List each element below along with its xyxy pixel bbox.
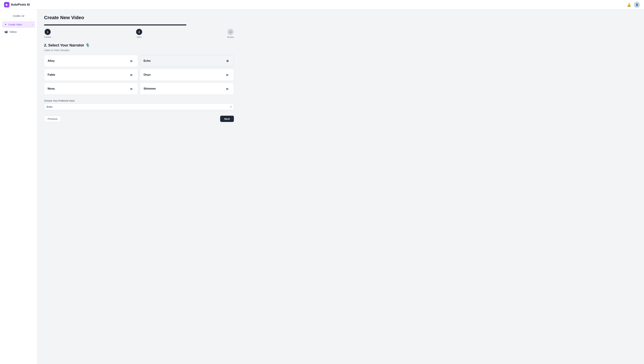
- voice-card-echo[interactable]: Echo ⏹: [140, 55, 234, 67]
- voice-name-nova: Nova: [48, 87, 55, 90]
- play-icon-onyx: ▶: [226, 73, 229, 77]
- page-title: Create New Video: [44, 15, 234, 20]
- voice-select[interactable]: Alloy Echo Fable Onyx Nova Shimmer: [44, 104, 234, 110]
- voice-grid: Alloy ▶ Echo ⏹ Fable ▶ Ony: [44, 55, 234, 95]
- play-icon-fable: ▶: [130, 73, 133, 77]
- step-1-circle: 1: [44, 29, 51, 35]
- previous-button[interactable]: Previous: [44, 116, 61, 122]
- layout: Credits: 42 ✦ Create Video › 📹 Videos Cr…: [0, 0, 644, 364]
- voice-card-nova[interactable]: Nova ▶: [44, 83, 138, 95]
- chevron-right-icon: ›: [32, 24, 33, 26]
- play-icon-nova: ▶: [130, 87, 133, 91]
- dropdown-label: Choose Your Preferred Voice: [44, 99, 234, 102]
- videos-icon: 📹: [4, 30, 8, 34]
- step-3-circle: 3: [228, 29, 234, 35]
- topnav-right: 🔔 👤: [627, 2, 640, 8]
- step-1-label: Content: [44, 36, 51, 38]
- section-title-text: 2. Select Your Narrator: [44, 43, 84, 48]
- voice-card-shimmer[interactable]: Shimmer ▶: [140, 83, 234, 95]
- sidebar-item-videos[interactable]: 📹 Videos: [2, 29, 35, 35]
- voice-card-alloy[interactable]: Alloy ▶: [44, 55, 138, 67]
- voice-name-onyx: Onyx: [144, 73, 151, 77]
- sidebar-item-label: Create Video: [8, 23, 22, 26]
- logo-icon: ▶: [4, 2, 10, 8]
- stop-echo-button[interactable]: ⏹: [225, 58, 230, 64]
- sidebar-item-label: Videos: [10, 31, 17, 33]
- play-shimmer-button[interactable]: ▶: [225, 86, 230, 91]
- voice-card-onyx[interactable]: Onyx ▶: [140, 69, 234, 81]
- voice-name-alloy: Alloy: [48, 59, 55, 63]
- nav-buttons: Previous Next: [44, 116, 234, 122]
- select-wrapper: Alloy Echo Fable Onyx Nova Shimmer ▾: [44, 104, 234, 110]
- app-name: AutoPosts AI: [11, 3, 30, 7]
- microphone-icon: 🎙️: [86, 43, 90, 48]
- step-2-label: Voice: [137, 36, 142, 38]
- progress-steps: 1 Content 2 Voice 3 Review: [44, 29, 234, 38]
- voice-name-echo: Echo: [144, 59, 151, 63]
- step-2: 2 Voice: [136, 29, 142, 38]
- topnav: ▶ AutoPosts AI 🔔 👤: [0, 0, 644, 10]
- section-title: 2. Select Your Narrator 🎙️: [44, 43, 234, 48]
- sidebar-item-create-video[interactable]: ✦ Create Video ›: [2, 21, 35, 28]
- progress-track: [44, 25, 186, 26]
- main-content: Create New Video 1 Content 2 Voice 3 Rev…: [37, 10, 241, 364]
- voice-card-fable[interactable]: Fable ▶: [44, 69, 138, 81]
- voice-name-shimmer: Shimmer: [144, 87, 156, 90]
- next-button[interactable]: Next: [220, 116, 234, 122]
- step-3: 3 Review: [227, 29, 234, 38]
- stop-icon-echo: ⏹: [226, 59, 229, 63]
- app-logo[interactable]: ▶ AutoPosts AI: [4, 2, 30, 8]
- sidebar: Credits: 42 ✦ Create Video › 📹 Videos: [0, 10, 37, 364]
- step-1: 1 Content: [44, 29, 51, 38]
- play-nova-button[interactable]: ▶: [129, 86, 134, 91]
- credits-display: Credits: 42: [2, 13, 35, 19]
- play-icon-alloy: ▶: [130, 59, 133, 63]
- voice-name-fable: Fable: [48, 73, 55, 77]
- dropdown-section: Choose Your Preferred Voice Alloy Echo F…: [44, 99, 234, 110]
- avatar[interactable]: 👤: [634, 2, 640, 8]
- notifications-button[interactable]: 🔔: [627, 3, 631, 7]
- play-fable-button[interactable]: ▶: [129, 72, 134, 78]
- avatar-icon: 👤: [636, 4, 638, 6]
- play-icon-shimmer: ▶: [226, 87, 229, 91]
- bell-icon: 🔔: [627, 3, 631, 7]
- step-3-label: Review: [227, 36, 234, 38]
- play-alloy-button[interactable]: ▶: [129, 58, 134, 64]
- play-onyx-button[interactable]: ▶: [225, 72, 230, 78]
- progress-bar-container: 1 Content 2 Voice 3 Review: [44, 25, 234, 38]
- create-video-icon: ✦: [4, 23, 6, 26]
- step-2-circle: 2: [136, 29, 142, 35]
- section-subtitle: Listen to Voice Samples: [44, 49, 234, 52]
